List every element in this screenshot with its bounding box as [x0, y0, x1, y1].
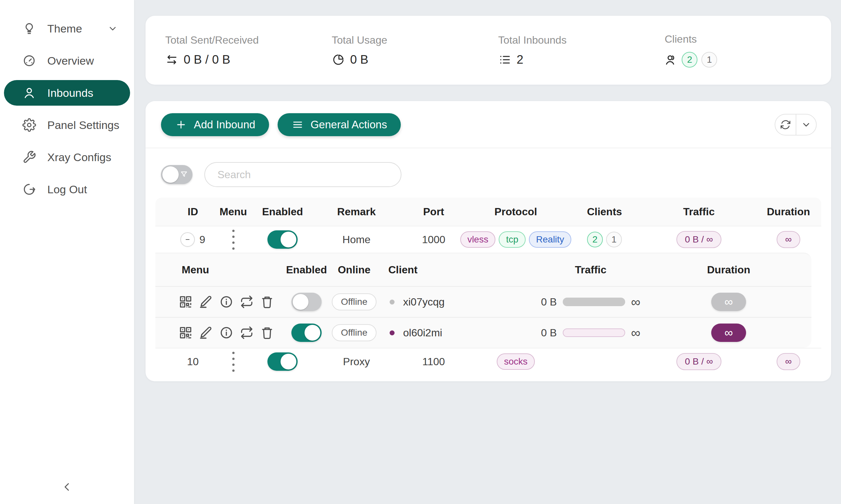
infinity-icon: ∞ [631, 295, 640, 308]
user-icon [22, 86, 36, 100]
client-enabled-toggle[interactable] [291, 293, 322, 311]
network-tag: tcp [499, 231, 525, 248]
minus-icon [183, 235, 192, 244]
collapse-row-button[interactable] [181, 232, 195, 247]
search-input[interactable] [204, 162, 401, 187]
refresh-icon [780, 119, 791, 130]
inbound-remark: Home [310, 234, 402, 246]
inbound-enabled-toggle[interactable] [268, 230, 298, 249]
row-menu-button[interactable] [232, 352, 235, 372]
stat-value: 0 B / 0 B [184, 53, 230, 67]
client-traffic-used: 0 B [541, 327, 557, 339]
chevron-down-icon [107, 23, 118, 34]
security-tag: Reality [529, 231, 572, 248]
add-inbound-button[interactable]: Add Inbound [161, 113, 269, 136]
sidebar-item-panel-settings[interactable]: Panel Settings [0, 112, 134, 138]
inbound-port: 1100 [402, 356, 465, 368]
refresh-options-button[interactable] [796, 114, 816, 135]
trash-icon [260, 325, 274, 340]
client-row-ol60i2mi: Offline ol60i2mi 0 B ∞ ∞ [155, 317, 811, 348]
stat-total-usage: Total Usage 0 B [332, 34, 498, 67]
inbound-row-10: 10 Proxy 1100 socks 0 B / ∞ ∞ [155, 348, 821, 375]
column-header-clients: Clients [567, 206, 642, 218]
column-header-menu: Menu [212, 206, 255, 218]
general-actions-button[interactable]: General Actions [278, 113, 401, 136]
reset-traffic-button[interactable] [238, 324, 255, 341]
info-icon [219, 325, 234, 340]
delete-client-button[interactable] [259, 324, 276, 341]
delete-client-button[interactable] [259, 293, 276, 310]
filter-toggle[interactable] [161, 165, 192, 184]
inbound-enabled-toggle[interactable] [268, 353, 298, 371]
qr-code-button[interactable] [177, 324, 194, 341]
protocol-tag: vless [460, 231, 496, 248]
stat-label: Total Sent/Received [165, 34, 332, 46]
stat-label: Clients [665, 33, 831, 45]
menu-lines-icon [291, 119, 304, 131]
sidebar-item-overview[interactable]: Overview [0, 48, 134, 73]
clients-online-badge: 2 [682, 52, 698, 68]
client-traffic-used: 0 B [541, 296, 557, 308]
edit-icon [199, 295, 213, 309]
sidebar-item-label: Log Out [47, 183, 87, 196]
traffic-progress-bar [563, 298, 625, 306]
client-name: ol60i2mi [403, 327, 442, 339]
sidebar-item-label: Panel Settings [47, 119, 119, 131]
client-enabled-toggle[interactable] [291, 324, 322, 342]
sidebar-item-label: Overview [47, 54, 94, 67]
list-icon [498, 53, 512, 66]
inbounds-table: ID Menu Enabled Remark Port Protocol Cli… [155, 198, 821, 375]
edit-client-button[interactable] [198, 324, 214, 341]
client-column-online: Online [328, 264, 380, 276]
qr-code-icon [178, 295, 193, 309]
client-column-enabled: Enabled [285, 264, 328, 276]
duration-pill: ∞ [777, 231, 800, 248]
lightbulb-icon [22, 22, 36, 35]
inbounds-card: Add Inbound General Actions [145, 101, 831, 381]
column-header-port: Port [402, 206, 465, 218]
row-menu-button[interactable] [232, 230, 235, 250]
traffic-pill: 0 B / ∞ [676, 353, 721, 370]
client-duration-pill: ∞ [711, 324, 746, 342]
stat-label: Total Usage [332, 34, 498, 46]
duration-pill: ∞ [777, 353, 800, 370]
client-column-duration: Duration [656, 264, 801, 276]
refresh-button[interactable] [775, 114, 796, 135]
inbound-port: 1000 [402, 234, 465, 246]
sidebar-collapse-button[interactable] [58, 479, 75, 496]
sidebar-item-theme[interactable]: Theme [0, 16, 134, 41]
traffic-pill: 0 B / ∞ [676, 231, 721, 248]
reset-traffic-button[interactable] [238, 293, 255, 310]
qr-code-icon [178, 325, 193, 340]
chevron-left-icon [61, 480, 73, 493]
client-details-panel: Menu Enabled Online Client Traffic Durat… [155, 253, 811, 348]
client-row-xi07ycqg: Offline xi07ycqg 0 B ∞ ∞ [155, 286, 811, 317]
online-status-badge: Offline [332, 293, 377, 310]
client-column-client: Client [380, 264, 525, 276]
sidebar-item-xray-configs[interactable]: Xray Configs [0, 144, 134, 170]
online-status-badge: Offline [332, 324, 377, 341]
plus-icon [175, 119, 187, 131]
column-header-duration: Duration [756, 206, 821, 218]
column-header-protocol: Protocol [465, 206, 567, 218]
edit-client-button[interactable] [198, 293, 214, 310]
stat-total-inbounds: Total Inbounds 2 [498, 34, 665, 67]
stat-total-sent-received: Total Sent/Received 0 B / 0 B [165, 34, 332, 67]
info-icon [219, 295, 234, 309]
client-color-dot [390, 300, 395, 305]
sidebar-item-log-out[interactable]: Log Out [0, 177, 134, 202]
qr-code-button[interactable] [177, 293, 194, 310]
gear-icon [22, 118, 36, 132]
protocol-tag: socks [497, 354, 535, 370]
inbound-id: 10 [187, 356, 199, 368]
sidebar-item-inbounds[interactable]: Inbounds [4, 80, 130, 106]
client-color-dot [390, 330, 395, 335]
client-name: xi07ycqg [403, 296, 445, 308]
reset-icon [240, 295, 254, 309]
client-info-button[interactable] [218, 324, 235, 341]
inbound-row-9: 9 Home 1000 vless tcp Reality 2 1 [155, 226, 821, 253]
add-inbound-label: Add Inbound [194, 119, 255, 131]
sidebar: Theme Overview Inbounds Panel Settings X… [0, 0, 134, 504]
client-info-button[interactable] [218, 293, 235, 310]
table-header-row: ID Menu Enabled Remark Port Protocol Cli… [155, 198, 821, 226]
